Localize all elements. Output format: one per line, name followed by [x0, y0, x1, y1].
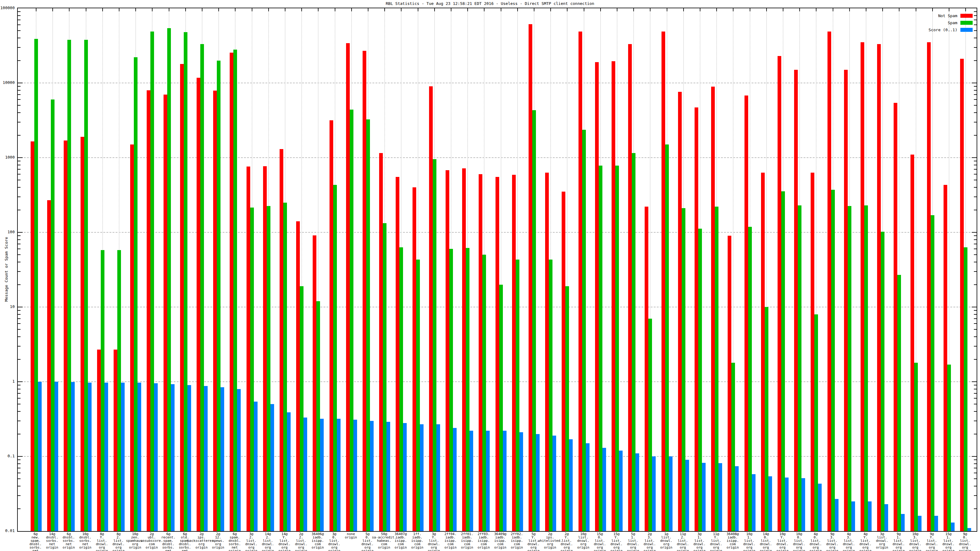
x-top-tick	[202, 8, 202, 11]
y-minor-tick	[974, 464, 977, 464]
y-minor-tick	[18, 495, 21, 496]
x-top-tick	[882, 8, 883, 11]
x-top-tick	[783, 8, 783, 11]
y-minor-tick	[974, 254, 977, 255]
bar-not_spam	[296, 221, 300, 531]
y-minor-tick	[18, 254, 21, 255]
y-tick-label: 1	[0, 379, 15, 384]
y-minor-tick	[974, 310, 977, 311]
bar-score	[353, 420, 357, 531]
y-minor-tick	[18, 169, 21, 170]
bar-spam	[516, 260, 519, 531]
bar-score	[918, 516, 921, 531]
y-minor-tick	[974, 174, 977, 175]
bar-spam	[283, 203, 287, 531]
bar-score	[619, 451, 623, 531]
y-tick-label: 100	[0, 230, 15, 234]
bar-spam	[914, 363, 918, 531]
y-minor-tick	[974, 495, 977, 496]
x-top-tick	[268, 8, 269, 11]
y-minor-tick	[974, 508, 977, 509]
bar-spam	[399, 247, 403, 531]
bar-spam	[615, 166, 619, 531]
bar-spam	[864, 205, 868, 531]
bar-spam	[682, 208, 686, 531]
bar-not_spam	[545, 173, 549, 531]
bar-score	[188, 385, 191, 531]
chart-title: RBL Statistics - Tue Aug 23 12:58:21 EDT…	[0, 1, 980, 6]
y-minor-tick	[974, 180, 977, 180]
y-minor-tick	[18, 459, 21, 460]
bar-not_spam	[81, 137, 84, 531]
x-top-tick	[750, 8, 750, 11]
y-minor-tick	[974, 468, 977, 468]
bar-score	[835, 499, 838, 531]
x-top-tick	[965, 8, 966, 11]
x-top-tick	[584, 8, 584, 11]
y-minor-tick	[974, 112, 977, 113]
x-top-tick	[335, 8, 335, 11]
x-top-tick	[484, 8, 485, 11]
x-top-tick	[169, 8, 169, 11]
bar-spam	[433, 159, 436, 531]
y-minor-tick	[974, 459, 977, 460]
bar-score	[818, 484, 822, 531]
bar-score	[387, 422, 390, 531]
bar-not_spam	[396, 177, 399, 531]
bar-not_spam	[778, 56, 781, 531]
y-minor-tick	[18, 249, 21, 249]
bar-score	[171, 384, 175, 531]
bar-score	[237, 389, 241, 531]
bar-spam	[67, 40, 71, 531]
bar-spam	[333, 185, 337, 531]
bar-not_spam	[811, 173, 814, 531]
bar-spam	[798, 205, 802, 531]
y-minor-tick	[18, 486, 21, 486]
bar-not_spam	[695, 108, 698, 531]
bar-not_spam	[960, 59, 964, 531]
y-minor-tick	[18, 329, 21, 330]
bar-not_spam	[379, 153, 383, 531]
bar-not_spam	[247, 167, 250, 531]
bar-not_spam	[346, 43, 350, 531]
y-minor-tick	[974, 329, 977, 330]
bar-score	[254, 402, 258, 531]
bar-spam	[84, 40, 88, 531]
bar-not_spam	[645, 206, 648, 531]
y-minor-tick	[974, 411, 977, 412]
x-top-tick	[650, 8, 651, 11]
bar-not_spam	[329, 120, 333, 531]
x-top-tick	[52, 8, 53, 11]
bar-spam	[317, 301, 320, 531]
bar-score	[735, 466, 739, 531]
bar-score	[270, 404, 274, 531]
bar-spam	[233, 49, 237, 531]
bar-not_spam	[678, 92, 682, 531]
x-top-tick	[368, 8, 368, 11]
bar-spam	[599, 166, 602, 531]
bar-score	[154, 383, 158, 531]
x-top-tick	[218, 8, 219, 11]
legend-row-score: Score (0..1)	[929, 26, 973, 33]
bar-not_spam	[662, 32, 665, 531]
bar-score	[686, 460, 689, 531]
bar-spam	[831, 190, 835, 531]
bar-spam	[267, 206, 270, 531]
y-minor-tick	[18, 187, 21, 187]
y-minor-tick	[974, 337, 977, 337]
bar-spam	[449, 249, 453, 531]
y-minor-tick	[18, 161, 21, 161]
y-minor-tick	[18, 421, 21, 421]
bar-not_spam	[164, 95, 167, 531]
bar-spam	[383, 223, 387, 531]
bar-score	[453, 428, 457, 531]
bar-score	[54, 382, 58, 531]
bar-spam	[814, 314, 818, 531]
plot-area	[17, 8, 977, 532]
bar-score	[436, 424, 440, 531]
bar-score	[469, 431, 473, 531]
y-minor-tick	[18, 404, 21, 404]
bar-spam	[101, 250, 105, 531]
bar-spam	[897, 275, 901, 531]
y-minor-tick	[18, 11, 21, 12]
